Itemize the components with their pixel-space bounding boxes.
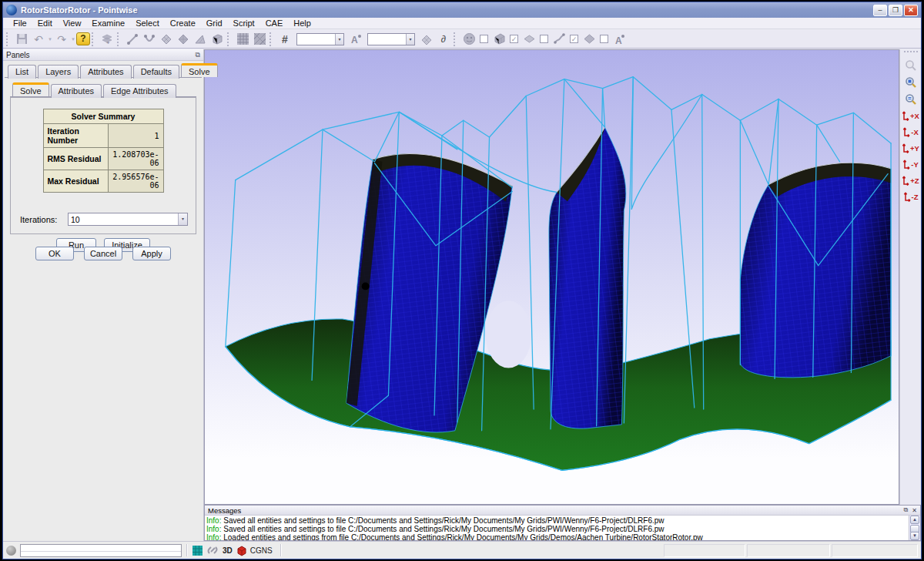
mask-checkbox-block[interactable]: ✓ <box>510 35 518 43</box>
undo-icon[interactable]: ↶ <box>30 32 47 47</box>
create-domain-unstructured-icon[interactable] <box>175 32 192 47</box>
grid-tracking-icon[interactable] <box>192 545 203 556</box>
spacing-combo[interactable]: ▾ <box>367 33 415 45</box>
menu-edit[interactable]: Edit <box>32 18 58 28</box>
float-panel-icon[interactable]: ⧉ <box>904 506 909 514</box>
undo-dropdown-icon[interactable]: ▾ <box>47 36 53 42</box>
grid-unstructured-icon[interactable] <box>251 32 268 47</box>
view-minus-x-button[interactable]: -X <box>901 124 921 140</box>
help-icon[interactable]: ? <box>76 32 90 45</box>
chevron-down-icon[interactable]: ▾ <box>335 34 343 45</box>
create-curve-icon[interactable] <box>141 32 158 47</box>
mask-checkbox-spacing[interactable] <box>600 35 608 43</box>
scroll-down-icon[interactable]: ▼ <box>910 532 919 540</box>
zoom-icon[interactable] <box>902 57 920 74</box>
float-panel-icon[interactable]: ⧉ <box>196 51 200 59</box>
mask-point-icon[interactable]: A <box>611 32 628 47</box>
view-plus-x-button[interactable]: +X <box>901 108 921 124</box>
restore-button[interactable]: ❐ <box>889 5 902 16</box>
create-connector-icon[interactable] <box>124 32 141 47</box>
svg-text:A: A <box>615 35 622 45</box>
iterations-input[interactable] <box>69 213 178 225</box>
subtab-solve[interactable]: Solve <box>12 82 49 96</box>
dimension-combo[interactable]: ▾ <box>296 33 344 45</box>
chevron-down-icon[interactable]: ▾ <box>406 34 414 45</box>
cae-format-label: CGNS <box>250 546 273 555</box>
chevron-down-icon[interactable]: ▾ <box>178 213 187 225</box>
subtab-edge-attributes[interactable]: Edge Attributes <box>103 84 176 98</box>
create-extrusion-icon[interactable] <box>192 32 209 47</box>
zoom-actual-icon[interactable] <box>902 91 920 108</box>
apply-button[interactable]: Apply <box>132 247 171 260</box>
messages-header[interactable]: Messages ⧉ ✕ <box>205 506 920 516</box>
minimize-button[interactable]: – <box>873 5 887 16</box>
tab-solve[interactable]: Solve <box>181 63 218 77</box>
tab-attributes[interactable]: Attributes <box>80 65 131 79</box>
mode-3d-label: 3D <box>223 546 233 555</box>
menu-help[interactable]: Help <box>288 18 316 28</box>
tab-defaults[interactable]: Defaults <box>133 65 179 79</box>
zoom-extents-icon[interactable] <box>902 74 920 91</box>
mask-connector-icon[interactable] <box>551 32 567 47</box>
mask-block-icon[interactable] <box>490 32 507 47</box>
save-icon[interactable] <box>13 32 30 47</box>
create-block-icon[interactable] <box>209 32 226 47</box>
merge-icon[interactable]: + <box>99 32 116 47</box>
menu-file[interactable]: File <box>8 18 32 28</box>
spacing-input[interactable] <box>368 34 406 45</box>
mask-checkbox-database[interactable] <box>480 35 488 43</box>
redo-dropdown-icon[interactable]: ▾ <box>70 36 76 42</box>
view-minus-y-button[interactable]: -Y <box>901 156 921 173</box>
close-icon[interactable]: ✕ <box>912 507 917 514</box>
tab-layers[interactable]: Layers <box>38 65 79 79</box>
3d-viewport[interactable] <box>204 49 899 505</box>
close-button[interactable]: ✕ <box>904 5 918 16</box>
app-icon <box>6 5 17 15</box>
mask-spacing-icon[interactable] <box>581 32 598 47</box>
create-domain-structured-icon[interactable] <box>158 32 175 47</box>
log-level: Info: <box>206 525 221 533</box>
redo-icon[interactable]: ↷ <box>53 32 70 47</box>
cancel-button[interactable]: Cancel <box>84 247 122 260</box>
dimension-icon[interactable]: # <box>276 32 293 47</box>
menu-examine[interactable]: Examine <box>86 18 130 28</box>
dimension-input[interactable] <box>297 34 335 45</box>
derivative-icon[interactable]: ∂ <box>435 32 452 47</box>
menu-view[interactable]: View <box>58 18 87 28</box>
dialog-buttons-row: OK Cancel Apply <box>3 247 203 260</box>
link-icon[interactable] <box>207 545 219 556</box>
status-pane <box>747 544 830 557</box>
scroll-up-icon[interactable]: ▲ <box>910 516 919 524</box>
menu-script[interactable]: Script <box>228 18 260 28</box>
messages-panel: Messages ⧉ ✕ Info: Saved all entities an… <box>204 505 921 541</box>
title-bar[interactable]: RotorStatorRotor - Pointwise – ❐ ✕ <box>3 2 921 18</box>
panels-header[interactable]: Panels ⧉ <box>3 49 203 61</box>
menu-select[interactable]: Select <box>130 18 165 28</box>
iterations-combo[interactable]: ▾ <box>68 213 188 226</box>
menu-grid[interactable]: Grid <box>201 18 228 28</box>
iteration-number-label: Iteration Number <box>43 124 108 148</box>
subtab-attributes[interactable]: Attributes <box>51 84 102 98</box>
mask-checkbox-domain[interactable] <box>540 35 548 43</box>
messages-scrollbar[interactable]: ▲ ▼ <box>909 516 920 540</box>
view-plus-y-button[interactable]: +Y <box>901 140 921 156</box>
status-pane <box>832 544 918 557</box>
solve-icon[interactable] <box>418 32 435 47</box>
messages-log[interactable]: Info: Saved all entities and settings to… <box>205 516 909 540</box>
grid-structured-icon[interactable] <box>234 32 251 47</box>
tab-list[interactable]: List <box>8 65 36 79</box>
mask-database-icon[interactable] <box>460 32 477 47</box>
ok-button[interactable]: OK <box>35 247 74 260</box>
mask-domain-icon[interactable] <box>521 32 537 47</box>
view-plus-z-button[interactable]: +Z <box>901 173 921 189</box>
view-minus-z-button[interactable]: -Z <box>901 189 921 205</box>
main-area: Panels ⧉ List Layers Attributes Defaults… <box>3 49 921 541</box>
spacing-icon[interactable]: A <box>347 32 364 47</box>
selected-point[interactable] <box>362 282 370 290</box>
status-bar: 3D CGNS <box>3 541 921 559</box>
log-line: Info: Saved all entities and settings to… <box>206 525 907 533</box>
menu-cae[interactable]: CAE <box>260 18 289 28</box>
menu-create[interactable]: Create <box>165 18 201 28</box>
iterations-row: Iterations: ▾ <box>20 213 188 226</box>
mask-checkbox-connector[interactable]: ✓ <box>570 35 578 43</box>
